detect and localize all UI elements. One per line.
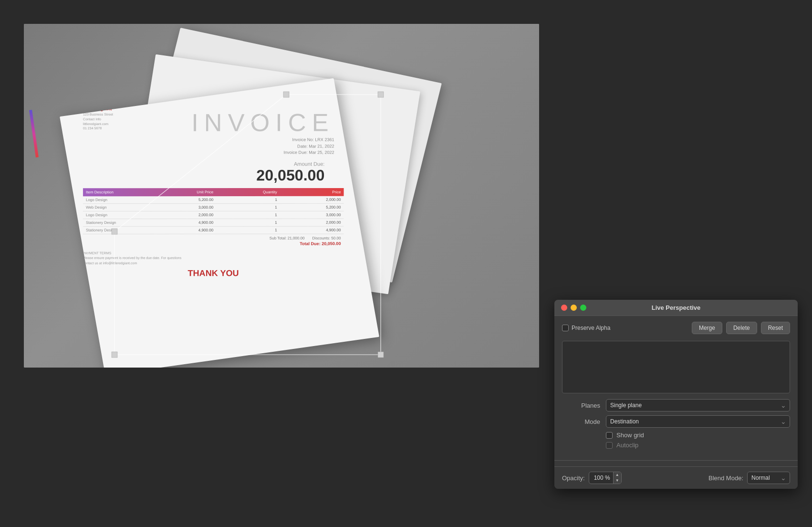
show-grid-checkbox[interactable] (606, 432, 613, 439)
opacity-down-button[interactable]: ▼ (614, 478, 621, 484)
reset-button[interactable]: Reset (761, 322, 790, 334)
svg-rect-8 (378, 352, 384, 358)
autoclip-row: Autoclip (606, 442, 790, 449)
preserve-alpha-label[interactable]: Preserve Alpha (562, 325, 610, 331)
color-stripe (29, 110, 39, 158)
invoice-title: INVOICE (191, 108, 334, 137)
invoice-amount: 20,050.00 (83, 167, 324, 184)
panel-titlebar: Live Perspective (554, 300, 798, 316)
mode-select[interactable]: Destination Source Custom (606, 415, 790, 428)
top-controls-row: Preserve Alpha Merge Delete Reset (562, 322, 790, 334)
bottom-bar: Opacity: ▲ ▼ Blend Mode: Normal Multiply… (554, 466, 798, 489)
planes-row: Planes Single plane Two planes Three pla… (562, 399, 790, 411)
opacity-input[interactable] (589, 473, 613, 483)
invoice-details: Invoice No: LRX 2361 Date: Mar 21, 2022 … (191, 137, 334, 156)
blend-mode-select[interactable]: Normal Multiply Screen Overlay Darken Li… (747, 472, 790, 484)
blend-mode-select-wrapper[interactable]: Normal Multiply Screen Overlay Darken Li… (747, 472, 790, 484)
mode-row: Mode Destination Source Custom (562, 415, 790, 428)
invoice-scene: littleredgiant 123 Business Street Conta… (24, 24, 539, 368)
mode-label: Mode (562, 418, 600, 425)
preserve-alpha-text: Preserve Alpha (572, 325, 610, 331)
maximize-button[interactable] (580, 305, 586, 311)
opacity-up-button[interactable]: ▲ (614, 472, 621, 478)
planes-select[interactable]: Single plane Two planes Three planes Fou… (606, 399, 790, 411)
opacity-stepper[interactable]: ▲ ▼ (613, 472, 621, 483)
invoice-brand: littleredgiant (83, 106, 113, 111)
invoice-thank-you: THANK YOU (83, 268, 344, 278)
minimize-button[interactable] (571, 305, 577, 311)
panel-title: Live Perspective (554, 304, 798, 311)
merge-button[interactable]: Merge (692, 322, 722, 334)
show-grid-row: Show grid (606, 432, 790, 439)
invoice-table: Item Description Unit Price Quantity Pri… (83, 188, 344, 246)
live-perspective-panel: Live Perspective Preserve Alpha Merge De… (554, 300, 798, 489)
planes-label: Planes (562, 402, 600, 409)
preview-area (562, 341, 790, 393)
canvas-area: littleredgiant 123 Business Street Conta… (24, 24, 539, 368)
amount-due-label: Amount Due: (83, 161, 324, 167)
opacity-label: Opacity: (562, 474, 585, 482)
panel-divider (554, 460, 798, 461)
invoice-paper: littleredgiant 123 Business Street Conta… (60, 78, 379, 368)
window-buttons (561, 305, 586, 311)
blend-mode-label: Blend Mode: (708, 474, 743, 482)
opacity-input-wrapper[interactable]: ▲ ▼ (589, 472, 622, 484)
show-grid-label[interactable]: Show grid (616, 432, 644, 439)
autoclip-checkbox[interactable] (606, 442, 613, 449)
mode-select-wrapper[interactable]: Destination Source Custom (606, 415, 790, 428)
planes-select-wrapper[interactable]: Single plane Two planes Three planes Fou… (606, 399, 790, 411)
invoice-payment: PAYMENT TERMS Please ensure payment is r… (83, 251, 344, 266)
panel-content: Preserve Alpha Merge Delete Reset Planes… (554, 316, 798, 460)
close-button[interactable] (561, 305, 567, 311)
autoclip-label: Autoclip (616, 442, 638, 449)
preserve-alpha-checkbox[interactable] (562, 325, 569, 331)
delete-button[interactable]: Delete (726, 322, 757, 334)
